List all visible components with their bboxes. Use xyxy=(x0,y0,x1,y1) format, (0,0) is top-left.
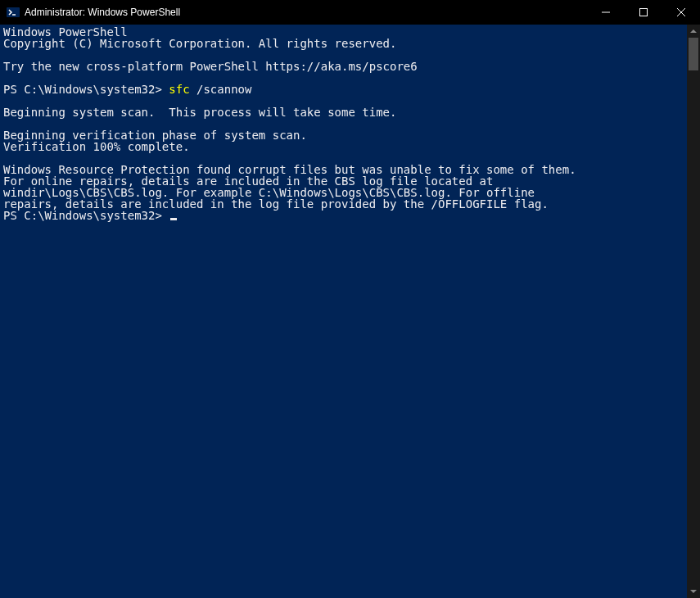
titlebar[interactable]: Administrator: Windows PowerShell xyxy=(0,0,700,25)
prompt-text: PS C:\Windows\system32> xyxy=(3,83,169,96)
command-arg: /scannow xyxy=(196,83,251,96)
terminal-line: repairs, details are included in the log… xyxy=(3,198,687,210)
window-title: Administrator: Windows PowerShell xyxy=(25,7,180,18)
terminal-line: Windows PowerShell xyxy=(3,26,687,38)
terminal-line xyxy=(3,49,687,61)
scrollbar-thumb[interactable] xyxy=(689,38,698,70)
svg-rect-3 xyxy=(640,9,648,16)
terminal-area: Windows PowerShellCopyright (C) Microsof… xyxy=(0,25,700,598)
terminal-line: Beginning system scan. This process will… xyxy=(3,106,687,118)
powershell-window: Administrator: Windows PowerShell Window… xyxy=(0,0,700,598)
terminal-line: Verification 100% complete. xyxy=(3,141,687,152)
terminal-line: Copyright (C) Microsoft Corporation. All… xyxy=(3,38,687,49)
powershell-icon xyxy=(7,6,20,19)
terminal-line: windir\Logs\CBS\CBS.log. For example C:\… xyxy=(3,187,687,198)
terminal-line: Try the new cross-platform PowerShell ht… xyxy=(3,61,687,72)
scroll-down-arrow[interactable] xyxy=(687,585,700,598)
prompt-text: PS C:\Windows\system32> xyxy=(3,209,169,222)
terminal-line xyxy=(3,118,687,129)
window-controls xyxy=(587,0,700,25)
vertical-scrollbar[interactable] xyxy=(687,25,700,598)
terminal-line: For online repairs, details are included… xyxy=(3,175,687,187)
cursor xyxy=(170,218,177,220)
terminal-prompt-line: PS C:\Windows\system32> xyxy=(3,210,687,221)
svg-rect-0 xyxy=(7,7,20,17)
terminal-prompt-line: PS C:\Windows\system32> sfc /scannow xyxy=(3,84,687,95)
maximize-button[interactable] xyxy=(625,0,662,25)
close-button[interactable] xyxy=(662,0,700,25)
terminal-output[interactable]: Windows PowerShellCopyright (C) Microsof… xyxy=(0,25,687,598)
terminal-line xyxy=(3,95,687,106)
terminal-line: Beginning verification phase of system s… xyxy=(3,129,687,141)
scroll-up-arrow[interactable] xyxy=(687,25,700,38)
command-text: sfc xyxy=(169,83,196,96)
terminal-line xyxy=(3,72,687,84)
terminal-line xyxy=(3,152,687,164)
terminal-line: Windows Resource Protection found corrup… xyxy=(3,164,687,175)
minimize-button[interactable] xyxy=(587,0,625,25)
